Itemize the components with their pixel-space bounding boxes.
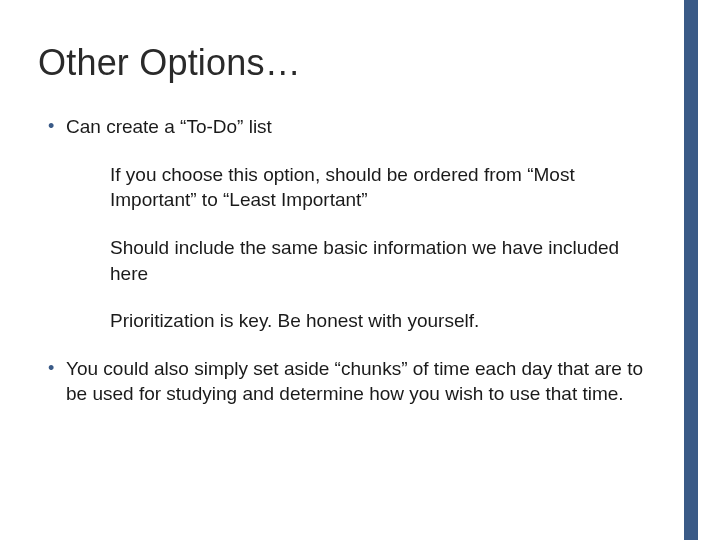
sub-item-2: Should include the same basic informatio… [110, 235, 640, 286]
bullet-item-1: Can create a “To-Do” list [66, 114, 660, 140]
sub-item-3: Prioritization is key. Be honest with yo… [110, 308, 640, 334]
slide-body: Other Options… Can create a “To-Do” list… [0, 0, 720, 407]
bullet-item-2: You could also simply set aside “chunks”… [66, 356, 660, 407]
sub-item-1: If you choose this option, should be ord… [110, 162, 640, 213]
accent-bar [684, 0, 698, 540]
slide-title: Other Options… [38, 42, 660, 84]
